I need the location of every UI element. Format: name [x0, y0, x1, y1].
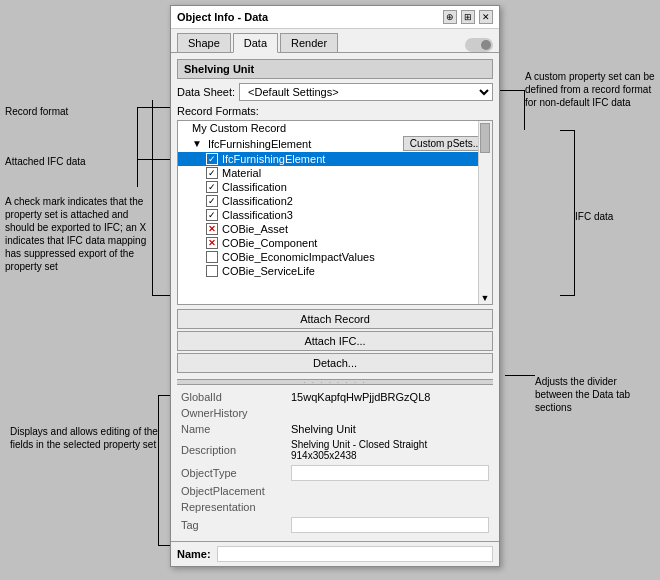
- object-info-dialog: Object Info - Data ⊕ ⊞ ✕ Shape Data Rend…: [170, 5, 500, 567]
- scrollbar-track[interactable]: ▼: [478, 121, 492, 304]
- divider-dots-icon: · · · · · · · ·: [303, 378, 366, 387]
- list-item[interactable]: ▼ IfcFurnishingElement Custom pSets...: [178, 135, 492, 152]
- list-item[interactable]: ✓ Classification3: [178, 208, 492, 222]
- section-header: Shelving Unit: [177, 59, 493, 79]
- custom-psets-button[interactable]: Custom pSets...: [403, 136, 488, 151]
- field-value: Shelving Unit: [287, 421, 493, 437]
- item-label: My Custom Record: [192, 122, 286, 134]
- field-value: 15wqKapfqHwPjjdBRGzQL8: [287, 389, 493, 405]
- table-row: Description Shelving Unit - Closed Strai…: [177, 437, 493, 463]
- list-item[interactable]: COBie_ServiceLife: [178, 264, 492, 278]
- table-row: ObjectType: [177, 463, 493, 483]
- field-label: ObjectPlacement: [177, 483, 287, 499]
- table-row: ObjectPlacement: [177, 483, 493, 499]
- tab-shape[interactable]: Shape: [177, 33, 231, 52]
- checkbox-checked: ✓: [206, 153, 218, 165]
- item-label: COBie_ServiceLife: [222, 265, 315, 277]
- checkbox-checked: ✓: [206, 181, 218, 193]
- dialog-titlebar: Object Info - Data ⊕ ⊞ ✕: [171, 6, 499, 29]
- list-item[interactable]: My Custom Record: [178, 121, 492, 135]
- field-label: Tag: [177, 515, 287, 535]
- pin-icon[interactable]: ⊕: [443, 10, 457, 24]
- checkbox-checked: ✓: [206, 195, 218, 207]
- list-item[interactable]: ✕ COBie_Asset: [178, 222, 492, 236]
- detach-button[interactable]: Detach...: [177, 353, 493, 373]
- list-item[interactable]: ✕ COBie_Component: [178, 236, 492, 250]
- titlebar-icons: ⊕ ⊞ ✕: [443, 10, 493, 24]
- field-label: Description: [177, 437, 287, 463]
- checkbox-x: ✕: [206, 237, 218, 249]
- field-value: [287, 483, 493, 499]
- attached-ifc-annotation: Attached IFC data: [5, 155, 135, 168]
- list-item[interactable]: ✓ Material: [178, 166, 492, 180]
- scroll-down-icon[interactable]: ▼: [479, 292, 491, 304]
- item-label: IfcFurnishingElement: [222, 153, 325, 165]
- item-label: COBie_Component: [222, 237, 317, 249]
- item-label: IfcFurnishingElement: [208, 138, 311, 150]
- attach-ifc-button[interactable]: Attach IFC...: [177, 331, 493, 351]
- attach-record-button[interactable]: Attach Record: [177, 309, 493, 329]
- field-label: OwnerHistory: [177, 405, 287, 421]
- object-type-input[interactable]: [291, 465, 489, 481]
- divider-annotation: Adjusts the divider between the Data tab…: [535, 375, 655, 414]
- item-label: Classification3: [222, 209, 293, 221]
- tab-render[interactable]: Render: [280, 33, 338, 52]
- field-label: ObjectType: [177, 463, 287, 483]
- list-item[interactable]: ✓ Classification: [178, 180, 492, 194]
- checkbox-checked: ✓: [206, 209, 218, 221]
- checkbox-unchecked: [206, 251, 218, 263]
- table-row: OwnerHistory: [177, 405, 493, 421]
- item-label: Classification2: [222, 195, 293, 207]
- checkmark-annotation: A check mark indicates that the property…: [5, 195, 150, 273]
- float-icon[interactable]: ⊞: [461, 10, 475, 24]
- name-bar: Name:: [171, 541, 499, 566]
- name-input[interactable]: [217, 546, 493, 562]
- field-label: Representation: [177, 499, 287, 515]
- custom-property-annotation: A custom property set can be defined fro…: [525, 70, 655, 109]
- item-label: COBie_Asset: [222, 223, 288, 235]
- button-row: Attach Record Attach IFC... Detach...: [177, 309, 493, 375]
- checkbox-x: ✕: [206, 223, 218, 235]
- record-formats-label: Record Formats:: [177, 105, 493, 117]
- checkbox-checked: ✓: [206, 167, 218, 179]
- table-row: GlobalId 15wqKapfqHwPjjdBRGzQL8: [177, 389, 493, 405]
- list-item[interactable]: COBie_EconomicImpactValues: [178, 250, 492, 264]
- list-item[interactable]: ✓ IfcFurnishingElement: [178, 152, 492, 166]
- field-label: GlobalId: [177, 389, 287, 405]
- fields-table: GlobalId 15wqKapfqHwPjjdBRGzQL8 OwnerHis…: [177, 389, 493, 535]
- record-format-annotation: Record format: [5, 105, 135, 118]
- tabs-bar: Shape Data Render: [171, 29, 499, 53]
- checkbox-unchecked: [206, 265, 218, 277]
- close-icon[interactable]: ✕: [479, 10, 493, 24]
- item-label: COBie_EconomicImpactValues: [222, 251, 375, 263]
- field-value: [287, 499, 493, 515]
- field-value: [287, 405, 493, 421]
- data-sheet-select[interactable]: <Default Settings>: [239, 83, 493, 101]
- list-item[interactable]: ✓ Classification2: [178, 194, 492, 208]
- table-row: Name Shelving Unit: [177, 421, 493, 437]
- item-label: Material: [222, 167, 261, 179]
- record-list[interactable]: My Custom Record ▼ IfcFurnishingElement …: [177, 120, 493, 305]
- dialog-body: Shelving Unit Data Sheet: <Default Setti…: [171, 53, 499, 541]
- dialog-title: Object Info - Data: [177, 11, 268, 23]
- name-label: Name:: [177, 548, 211, 560]
- table-row: Tag: [177, 515, 493, 535]
- field-value: Shelving Unit - Closed Straight 914x305x…: [287, 437, 493, 463]
- tag-input[interactable]: [291, 517, 489, 533]
- fields-annotation: Displays and allows editing of the field…: [10, 425, 160, 451]
- divider-handle[interactable]: · · · · · · · ·: [177, 379, 493, 385]
- ifc-data-annotation: IFC data: [575, 210, 655, 223]
- table-row: Representation: [177, 499, 493, 515]
- data-sheet-row: Data Sheet: <Default Settings>: [177, 83, 493, 101]
- field-label: Name: [177, 421, 287, 437]
- tab-data[interactable]: Data: [233, 33, 278, 53]
- tree-expand-icon: ▼: [192, 138, 202, 149]
- scrollbar-thumb[interactable]: [480, 123, 490, 153]
- toggle-switch[interactable]: [465, 38, 493, 52]
- data-sheet-label: Data Sheet:: [177, 86, 235, 98]
- item-label: Classification: [222, 181, 287, 193]
